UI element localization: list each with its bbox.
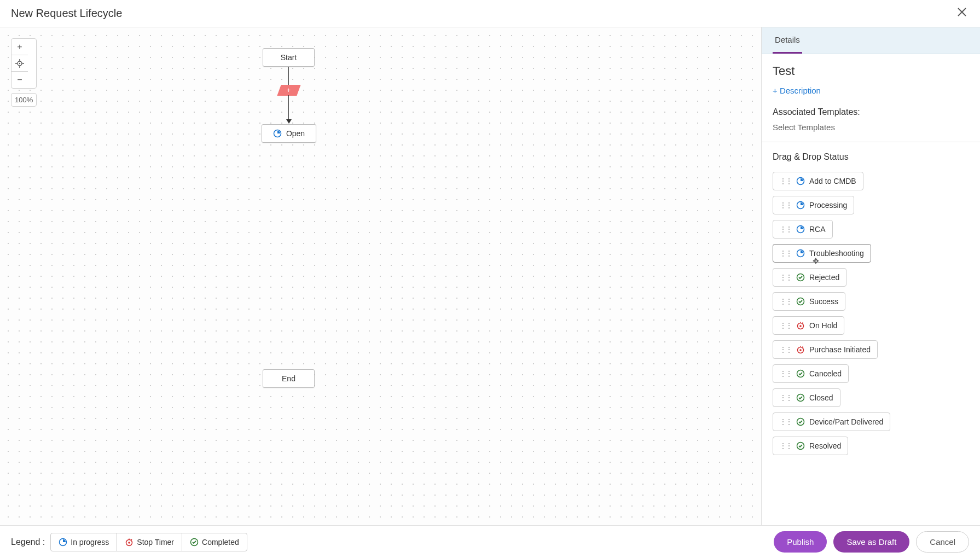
drag-handle-icon: ⋮⋮ bbox=[780, 418, 792, 426]
move-cursor-icon: ✥ bbox=[813, 257, 819, 265]
status-chip[interactable]: ⋮⋮Purchase Initiated bbox=[773, 340, 878, 359]
completed-icon bbox=[796, 369, 805, 378]
page-title: New Request Lifecycle bbox=[11, 7, 122, 20]
publish-button[interactable]: Publish bbox=[774, 531, 827, 553]
close-icon bbox=[957, 7, 967, 17]
tab-details[interactable]: Details bbox=[773, 27, 802, 54]
progress-icon bbox=[796, 177, 805, 185]
plus-icon: + bbox=[287, 86, 291, 94]
connector bbox=[288, 95, 289, 121]
status-chip-label: On Hold bbox=[809, 321, 837, 330]
legend-item-label: In progress bbox=[71, 538, 109, 547]
zoom-out-button[interactable]: − bbox=[11, 72, 28, 88]
minus-icon: − bbox=[17, 75, 22, 85]
add-description-link[interactable]: + Description bbox=[773, 86, 821, 95]
locate-icon bbox=[15, 59, 24, 68]
legend-item: In progress bbox=[51, 533, 117, 551]
progress-icon bbox=[273, 129, 282, 138]
status-chip-label: Purchase Initiated bbox=[809, 345, 871, 354]
progress-icon bbox=[796, 249, 805, 258]
footer: Legend : In progressStop TimerCompleted … bbox=[0, 525, 980, 558]
associated-templates-label: Associated Templates: bbox=[773, 107, 969, 117]
status-chip[interactable]: ⋮⋮On Hold bbox=[773, 316, 844, 335]
footer-actions: Publish Save as Draft Cancel bbox=[774, 531, 969, 553]
status-chip[interactable]: ⋮⋮Add to CMDB bbox=[773, 172, 863, 190]
drag-handle-icon: ⋮⋮ bbox=[780, 322, 792, 329]
close-button[interactable] bbox=[955, 5, 969, 22]
drag-handle-icon: ⋮⋮ bbox=[780, 274, 792, 281]
legend-items: In progressStop TimerCompleted bbox=[50, 533, 247, 551]
drag-handle-icon: ⋮⋮ bbox=[780, 177, 792, 185]
node-start[interactable]: Start bbox=[263, 48, 315, 67]
canvas[interactable]: + − 100% Start + Open End bbox=[0, 27, 761, 525]
zoom-level: 100% bbox=[11, 93, 37, 107]
save-draft-button[interactable]: Save as Draft bbox=[833, 531, 909, 553]
locate-button[interactable] bbox=[11, 55, 28, 72]
status-chip-label: Success bbox=[809, 297, 838, 306]
stop-timer-icon bbox=[796, 345, 805, 354]
dot-grid bbox=[0, 27, 761, 525]
completed-icon bbox=[796, 297, 805, 306]
drag-handle-icon: ⋮⋮ bbox=[780, 442, 792, 450]
status-chip[interactable]: ⋮⋮Canceled bbox=[773, 364, 849, 383]
stop-timer-icon bbox=[796, 321, 805, 330]
drag-drop-status-label: Drag & Drop Status bbox=[773, 152, 969, 162]
status-chip-label: Closed bbox=[809, 393, 833, 402]
status-chip[interactable]: ⋮⋮Resolved bbox=[773, 437, 848, 455]
legend-item-label: Stop Timer bbox=[137, 538, 174, 547]
node-open-label: Open bbox=[286, 129, 305, 138]
header: New Request Lifecycle bbox=[0, 0, 980, 27]
decision-node[interactable]: + bbox=[277, 85, 300, 96]
progress-icon bbox=[796, 201, 805, 210]
drag-handle-icon: ⋮⋮ bbox=[780, 346, 792, 353]
progress-icon bbox=[59, 538, 67, 547]
connector bbox=[288, 67, 289, 86]
completed-icon bbox=[796, 441, 805, 450]
status-chip-label: Device/Part Delivered bbox=[809, 417, 883, 426]
drag-handle-icon: ⋮⋮ bbox=[780, 249, 792, 257]
status-chip[interactable]: ⋮⋮Rejected bbox=[773, 268, 846, 287]
status-chip-label: RCA bbox=[809, 225, 826, 234]
zoom-controls: + − 100% bbox=[11, 38, 37, 107]
completed-icon bbox=[796, 417, 805, 426]
drag-handle-icon: ⋮⋮ bbox=[780, 394, 792, 402]
status-chip[interactable]: ⋮⋮Device/Part Delivered bbox=[773, 412, 890, 431]
status-chip-label: Add to CMDB bbox=[809, 177, 856, 185]
sidebar: Details Test + Description Associated Te… bbox=[761, 27, 980, 525]
drag-handle-icon: ⋮⋮ bbox=[780, 298, 792, 305]
legend-item: Completed bbox=[182, 533, 247, 551]
status-chip-label: Processing bbox=[809, 201, 847, 210]
completed-icon bbox=[796, 393, 805, 402]
cancel-button[interactable]: Cancel bbox=[916, 531, 969, 553]
status-chip[interactable]: ⋮⋮Troubleshooting✥ bbox=[773, 244, 871, 263]
status-chip-label: Resolved bbox=[809, 441, 841, 450]
select-templates-link[interactable]: Select Templates bbox=[773, 123, 969, 142]
completed-icon bbox=[796, 273, 805, 282]
arrow-icon bbox=[286, 119, 292, 124]
legend-item-label: Completed bbox=[202, 538, 239, 547]
legend: Legend : In progressStop TimerCompleted bbox=[11, 533, 247, 551]
status-chip-label: Rejected bbox=[809, 273, 839, 282]
status-chip[interactable]: ⋮⋮Closed bbox=[773, 388, 840, 407]
drag-handle-icon: ⋮⋮ bbox=[780, 201, 792, 209]
progress-icon bbox=[796, 225, 805, 234]
status-chip[interactable]: ⋮⋮RCA bbox=[773, 220, 833, 239]
node-start-label: Start bbox=[281, 53, 297, 62]
details-title: Test bbox=[773, 64, 969, 78]
drag-handle-icon: ⋮⋮ bbox=[780, 370, 792, 377]
legend-item: Stop Timer bbox=[117, 533, 182, 551]
status-chip[interactable]: ⋮⋮Success bbox=[773, 292, 845, 311]
plus-icon: + bbox=[17, 42, 22, 52]
zoom-in-button[interactable]: + bbox=[11, 39, 28, 55]
drag-handle-icon: ⋮⋮ bbox=[780, 225, 792, 233]
node-end-label: End bbox=[282, 374, 295, 383]
tab-bar: Details bbox=[762, 27, 980, 54]
legend-label: Legend : bbox=[11, 537, 45, 547]
node-open[interactable]: Open bbox=[262, 124, 316, 143]
completed-icon bbox=[190, 538, 199, 547]
status-list: ⋮⋮Add to CMDB⋮⋮Processing⋮⋮RCA⋮⋮Troubles… bbox=[773, 172, 969, 455]
node-end[interactable]: End bbox=[263, 369, 315, 388]
stop-timer-icon bbox=[125, 538, 134, 547]
status-chip[interactable]: ⋮⋮Processing bbox=[773, 196, 854, 214]
divider bbox=[762, 142, 980, 142]
